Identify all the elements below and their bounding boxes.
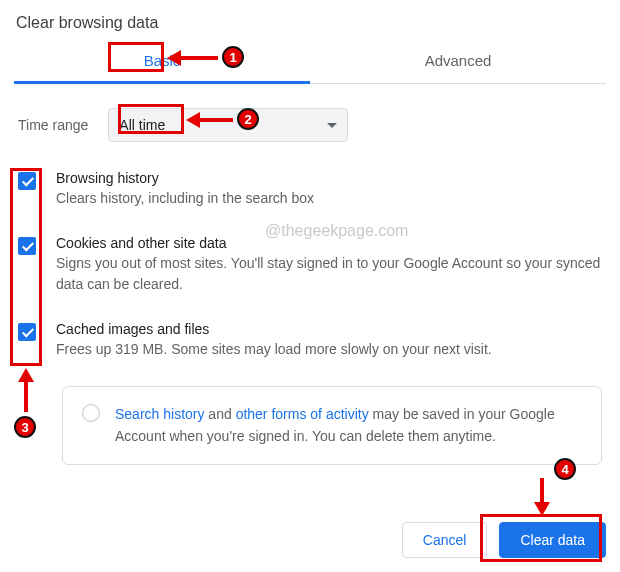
- annotation-arrow-3: [24, 380, 28, 412]
- option-desc: Signs you out of most sites. You'll stay…: [56, 253, 606, 295]
- checkbox-cached[interactable]: [18, 323, 36, 341]
- checkbox-browsing-history[interactable]: [18, 172, 36, 190]
- annotation-arrow-4: [540, 478, 544, 504]
- dialog-title: Clear browsing data: [16, 14, 606, 32]
- info-link-other-activity[interactable]: other forms of activity: [236, 406, 369, 422]
- annotation-arrowhead-3: [18, 368, 34, 382]
- cancel-button-label: Cancel: [423, 532, 467, 548]
- option-title: Browsing history: [56, 170, 314, 186]
- checkbox-cookies[interactable]: [18, 237, 36, 255]
- info-text: and: [204, 406, 235, 422]
- option-title: Cookies and other site data: [56, 235, 606, 251]
- option-desc: Clears history, including in the search …: [56, 188, 314, 209]
- option-row: Cookies and other site data Signs you ou…: [18, 235, 606, 295]
- tabs: Basic Advanced: [14, 42, 606, 84]
- info-box: Search history and other forms of activi…: [62, 386, 602, 465]
- clear-data-button-label: Clear data: [520, 532, 585, 548]
- time-range-label: Time range: [18, 117, 88, 133]
- option-row: Cached images and files Frees up 319 MB.…: [18, 321, 606, 360]
- svg-point-0: [83, 405, 100, 422]
- annotation-step-3: 3: [14, 416, 36, 438]
- tab-basic[interactable]: Basic: [14, 42, 310, 84]
- info-link-search-history[interactable]: Search history: [115, 406, 204, 422]
- tab-basic-label: Basic: [144, 52, 181, 69]
- clear-data-button[interactable]: Clear data: [499, 522, 606, 558]
- google-icon: [81, 403, 101, 423]
- option-title: Cached images and files: [56, 321, 492, 337]
- time-range-value: All time: [119, 117, 165, 133]
- dropdown-arrow-icon: [327, 123, 337, 128]
- tab-advanced[interactable]: Advanced: [310, 42, 606, 84]
- tab-advanced-label: Advanced: [425, 52, 492, 69]
- annotation-arrowhead-4: [534, 502, 550, 516]
- time-range-select[interactable]: All time: [108, 108, 348, 142]
- option-row: Browsing history Clears history, includi…: [18, 170, 606, 209]
- option-desc: Frees up 319 MB. Some sites may load mor…: [56, 339, 492, 360]
- cancel-button[interactable]: Cancel: [402, 522, 488, 558]
